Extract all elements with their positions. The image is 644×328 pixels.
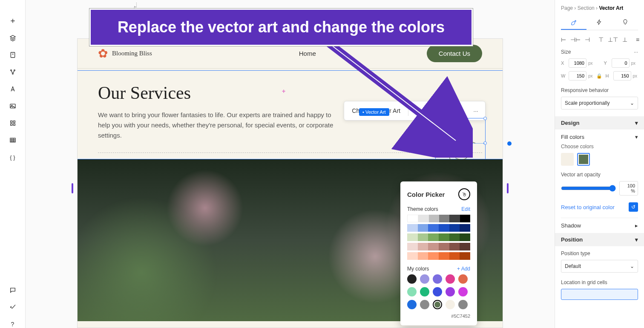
color-swatch[interactable] [458, 300, 468, 309]
color-swatch[interactable] [433, 274, 442, 284]
image-icon[interactable] [9, 102, 17, 110]
more-icon[interactable]: ? [9, 320, 17, 328]
edit-theme-link[interactable]: Edit [461, 206, 470, 212]
theme-colors-label: Theme colors [407, 206, 438, 212]
reset-icon[interactable]: ↺ [629, 202, 638, 212]
align-center-v-icon: ⊥⊤ [608, 36, 618, 43]
color-swatch[interactable] [446, 274, 455, 284]
fill-color-2[interactable] [577, 153, 590, 166]
svg-rect-0 [11, 52, 14, 58]
svg-line-13 [328, 43, 456, 141]
svg-point-2 [14, 70, 15, 71]
section-handle-left[interactable] [72, 183, 73, 193]
lock-aspect-icon[interactable]: 🔒 [595, 71, 604, 81]
svg-rect-6 [10, 121, 12, 123]
color-swatch[interactable] [446, 287, 455, 296]
responsive-label: Responsive behavior [561, 87, 609, 93]
hex-value: #5C7452 [407, 314, 470, 319]
w-input[interactable] [569, 71, 586, 81]
site-icon[interactable] [9, 68, 17, 76]
color-swatch[interactable] [420, 300, 429, 309]
brand-name: Blooming Bliss [112, 50, 152, 57]
shadow-row[interactable]: Shadow▸ [561, 218, 638, 233]
grid-icon[interactable] [9, 136, 17, 144]
brand: ✿ Blooming Bliss [98, 46, 152, 60]
opacity-label: Vector art opacity [561, 172, 638, 178]
add-icon[interactable] [9, 17, 17, 25]
color-swatch[interactable] [407, 274, 417, 284]
color-picker-title: Color Picker [407, 191, 445, 198]
h-input[interactable] [613, 71, 631, 81]
brand-logo-icon: ✿ [98, 46, 108, 60]
align-center-h-icon: ⊣⊢ [570, 36, 581, 43]
nav-link-home[interactable]: Home [299, 50, 316, 57]
alignment-controls[interactable]: ⊢⊣⊢⊣ ⊤⊥⊤⊥ ≡ [561, 36, 638, 43]
fill-color-1[interactable] [561, 153, 574, 166]
position-type-select[interactable]: Default⌄ [561, 260, 638, 273]
color-swatch[interactable] [433, 287, 442, 296]
help-icon[interactable] [9, 303, 17, 311]
choose-colors-label: Choose colors [561, 144, 638, 150]
responsive-select[interactable]: Scale proportionally⌄ [561, 97, 638, 109]
color-swatch[interactable] [420, 287, 429, 296]
svg-rect-10 [10, 138, 15, 142]
instruction-banner: Replace the vector art and change the co… [89, 9, 473, 46]
position-section-header[interactable]: Position▾ [555, 233, 644, 246]
x-input[interactable] [569, 58, 586, 68]
location-label: Location in grid cells [561, 279, 607, 285]
align-bottom-icon: ⊥ [622, 36, 627, 43]
grid-location-input[interactable] [561, 289, 638, 300]
my-colors-swatches[interactable] [407, 274, 470, 309]
svg-rect-7 [13, 121, 15, 123]
color-swatch[interactable] [420, 274, 429, 284]
apps-icon[interactable] [9, 119, 17, 127]
align-top-icon: ⊤ [598, 36, 604, 43]
color-swatch[interactable] [433, 300, 442, 309]
reset-color-link[interactable]: Reset to original color [561, 204, 615, 210]
my-colors-label: My colors [407, 266, 429, 272]
close-icon[interactable]: 🖰 [458, 188, 470, 200]
svg-point-1 [10, 70, 12, 71]
add-color-link[interactable]: + Add [457, 266, 470, 272]
color-swatch[interactable] [458, 274, 468, 284]
fill-colors-label: Fill colors [561, 134, 584, 140]
distribute-icon: ≡ [636, 36, 639, 43]
chat-icon[interactable] [9, 286, 17, 294]
svg-rect-8 [10, 124, 12, 125]
svg-point-3 [12, 73, 13, 75]
color-swatch[interactable] [407, 287, 417, 296]
theme-color-grid[interactable] [407, 215, 470, 260]
opacity-value[interactable]: 100 % [619, 181, 638, 196]
canvas[interactable]: Desktop (Pr... ✿ Blooming Bliss Home Con… [26, 0, 555, 328]
position-type-label: Position type [561, 250, 590, 256]
inspector-panel: Page › Section › Vector Art ⊢⊣⊢⊣ ⊤⊥⊤⊥ ≡ … [555, 0, 644, 328]
svg-rect-9 [13, 124, 15, 125]
page-icon[interactable] [9, 51, 17, 59]
section-description: We want to bring your flower fantasies t… [98, 110, 345, 141]
opacity-slider[interactable] [561, 185, 616, 192]
design-section-header[interactable]: Design▾ [555, 116, 644, 129]
code-icon[interactable]: { } [9, 153, 17, 161]
center-marker-icon: + [282, 88, 285, 95]
color-swatch[interactable] [407, 300, 417, 309]
size-label: Size [561, 49, 571, 55]
align-left-icon: ⊢ [561, 36, 566, 43]
arrow-icon [324, 38, 473, 158]
layers-icon[interactable] [9, 34, 17, 42]
tab-design[interactable] [561, 15, 586, 30]
color-swatch[interactable] [446, 300, 455, 309]
color-swatch[interactable] [458, 287, 468, 296]
breadcrumb[interactable]: Page › Section › Vector Art [561, 5, 638, 11]
tab-interactions[interactable] [586, 15, 612, 30]
tab-inspect[interactable] [612, 15, 638, 30]
color-picker-popup: Color Picker 🖰 Theme colors Edit My colo… [400, 181, 477, 325]
section-handle-right[interactable] [507, 183, 509, 193]
y-input[interactable] [612, 58, 630, 68]
size-more-icon[interactable]: ··· [634, 49, 638, 55]
align-right-icon: ⊣ [585, 36, 590, 43]
text-icon[interactable] [9, 85, 17, 93]
fill-collapse-icon[interactable]: ▾ [635, 134, 638, 140]
left-toolbar: { } ? [0, 0, 26, 328]
